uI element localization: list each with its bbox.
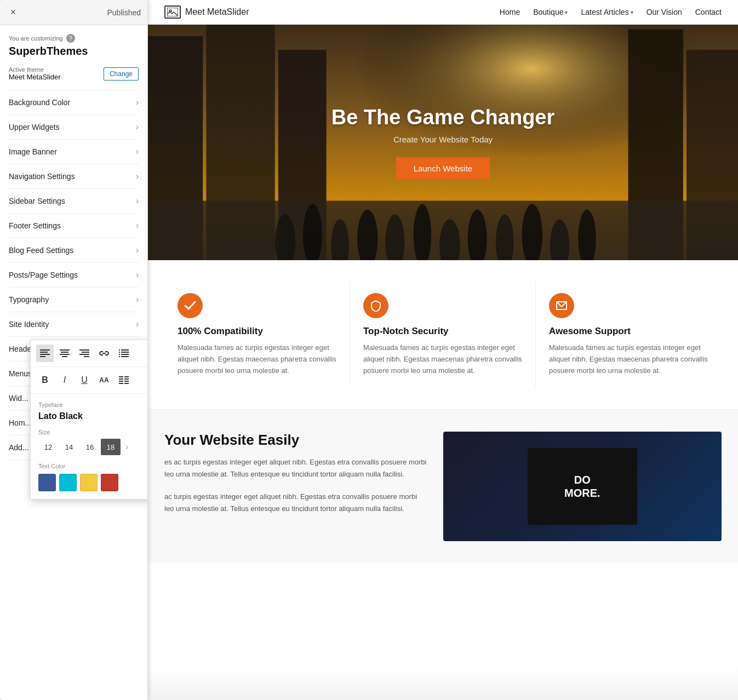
chevron-right-icon: › (136, 245, 139, 255)
typography-body: Typeface Lato Black Size 12 14 16 18 › (31, 394, 148, 463)
monitor-display: DO MORE. (528, 448, 637, 525)
lower-text-content: Your Website Easily es ac turpis egestas… (164, 432, 443, 541)
link-icon (99, 349, 110, 357)
boutique-dropdown-arrow: ▾ (565, 9, 568, 15)
menu-item-site-identity[interactable]: Site Identity › (9, 312, 139, 337)
nav-link-boutique[interactable]: Boutique ▾ (533, 8, 568, 16)
launch-website-button[interactable]: Launch Website (396, 157, 490, 180)
typeface-value: Lato Black (38, 411, 148, 421)
logo-image-icon (167, 8, 178, 16)
active-theme-label: Active theme (9, 66, 61, 73)
align-right-button[interactable] (76, 345, 93, 362)
change-theme-button[interactable]: Change (104, 67, 139, 81)
color-swatch-yellow[interactable] (80, 474, 98, 491)
menu-item-upper-widgets[interactable]: Upper Widgets › (9, 115, 139, 140)
svg-rect-16 (119, 354, 120, 355)
size-section: Size 12 14 16 18 › (38, 429, 148, 455)
active-theme-row: Active theme Meet MetaSlider Change (9, 66, 139, 81)
menu-item-blog-feed-settings[interactable]: Blog Feed Settings › (9, 238, 139, 263)
color-swatch-red[interactable] (101, 474, 118, 491)
menu-item-sidebar-settings[interactable]: Sidebar Settings › (9, 189, 139, 214)
preview-area: Meet MetaSlider Home Boutique ▾ Latest A… (148, 0, 738, 700)
svg-rect-27 (124, 383, 129, 384)
lower-image: DO MORE. (443, 432, 722, 541)
menu-item-image-banner[interactable]: Image Banner › (9, 140, 139, 164)
help-icon[interactable]: ? (66, 34, 75, 43)
columns-icon (119, 376, 129, 384)
site-nav: Meet MetaSlider Home Boutique ▾ Latest A… (148, 0, 738, 25)
svg-rect-26 (119, 383, 123, 384)
align-center-button[interactable] (56, 345, 73, 362)
feature-title-security: Top-Notch Security (363, 326, 522, 337)
underline-button[interactable]: U (76, 371, 93, 389)
size-18[interactable]: 18 (101, 439, 121, 455)
color-swatch-cyan[interactable] (59, 474, 77, 491)
menu-item-posts-page-settings[interactable]: Posts/Page Settings › (9, 263, 139, 288)
menu-item-background-color[interactable]: Background Color › (9, 90, 139, 115)
lower-title: Your Website Easily (164, 432, 427, 449)
active-theme-name: Meet MetaSlider (9, 73, 61, 81)
size-14[interactable]: 14 (59, 439, 79, 455)
chevron-right-icon: › (136, 295, 139, 305)
svg-rect-12 (119, 349, 120, 351)
chevron-right-icon: › (136, 171, 139, 181)
nav-link-latest-articles[interactable]: Latest Articles ▾ (581, 8, 633, 16)
columns-button[interactable] (115, 371, 133, 389)
size-next-button[interactable]: › (122, 439, 133, 455)
site-logo: Meet MetaSlider (164, 5, 249, 19)
svg-rect-22 (119, 378, 123, 380)
chevron-right-icon: › (136, 122, 139, 132)
align-left-icon (40, 349, 50, 357)
link-button[interactable] (95, 345, 113, 362)
typography-toolbar-1 (31, 340, 148, 367)
customizer-top-bar: × Published (0, 0, 147, 25)
align-left-button[interactable] (36, 345, 54, 362)
hero-content: Be The Game Changer Create Your Website … (331, 106, 555, 180)
nav-links: Home Boutique ▾ Latest Articles ▾ Our Vi… (500, 8, 722, 16)
main-page-container: × Published You are customizing ? Superb… (0, 0, 738, 700)
size-16[interactable]: 16 (80, 439, 100, 455)
hero-subtitle: Create Your Website Today (331, 135, 555, 144)
support-icon (549, 293, 574, 318)
feature-title-compatibility: 100% Compatibility (178, 326, 336, 337)
text-color-section: Text Color (31, 463, 148, 499)
published-badge: Published (107, 8, 141, 17)
feature-card-security: Top-Notch Security Malesuada fames ac tu… (350, 282, 536, 387)
security-icon (363, 293, 388, 318)
check-icon (184, 300, 196, 312)
color-swatch-blue[interactable] (38, 474, 56, 491)
menu-item-navigation-settings[interactable]: Navigation Settings › (9, 164, 139, 189)
logo-icon (164, 5, 181, 19)
site-name: SuperbThemes (9, 45, 139, 58)
menu-item-typography[interactable]: Typography › (9, 288, 139, 312)
color-swatches (38, 474, 148, 491)
svg-rect-13 (121, 349, 129, 351)
feature-title-support: Awesome Support (549, 326, 708, 337)
svg-rect-18 (119, 356, 120, 357)
nav-link-contact[interactable]: Contact (695, 8, 722, 16)
typography-popup: B I U AA (30, 340, 148, 500)
svg-rect-7 (62, 356, 67, 357)
svg-rect-10 (79, 354, 89, 355)
size-12[interactable]: 12 (38, 439, 58, 455)
site-preview: Meet MetaSlider Home Boutique ▾ Latest A… (148, 0, 738, 700)
chevron-right-icon: › (136, 270, 139, 280)
typography-toolbar-2: B I U AA (31, 367, 148, 394)
italic-button[interactable]: I (56, 371, 73, 389)
customizer-panel: × Published You are customizing ? Superb… (0, 0, 148, 700)
feature-text-support: Malesuada fames ac turpis egestas intege… (549, 342, 708, 376)
bold-button[interactable]: B (36, 371, 54, 389)
svg-rect-1 (40, 352, 48, 353)
latest-articles-dropdown-arrow: ▾ (631, 9, 633, 15)
svg-rect-2 (40, 354, 50, 355)
compatibility-icon (178, 293, 203, 318)
list-button[interactable] (115, 345, 133, 362)
nav-link-our-vision[interactable]: Our Vision (647, 8, 682, 16)
close-button[interactable]: × (7, 6, 20, 19)
feature-text-security: Malesuada fames ac turpis egestas intege… (363, 342, 522, 376)
svg-rect-23 (124, 378, 129, 380)
menu-item-footer-settings[interactable]: Footer Settings › (9, 214, 139, 238)
size-options: 12 14 16 18 › (38, 439, 148, 455)
caps-button[interactable]: AA (95, 371, 113, 389)
nav-link-home[interactable]: Home (500, 8, 520, 16)
